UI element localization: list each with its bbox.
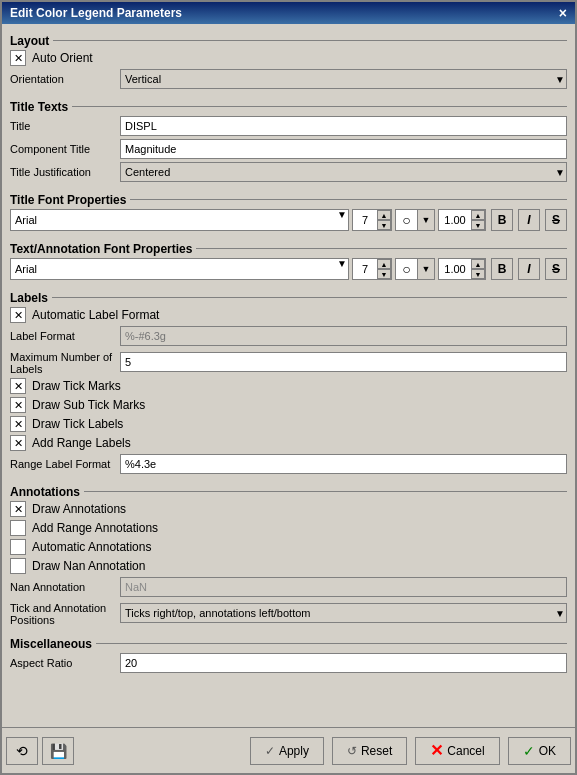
title-opacity-up[interactable]: ▲ [471,210,485,220]
draw-tick-marks-checkbox[interactable]: ✕ [10,378,26,394]
tick-annotation-positions-label: Tick and Annotation Positions [10,600,120,626]
title-italic-button[interactable]: I [518,209,540,231]
title-font-section-header: Title Font Properties [10,189,567,209]
label-format-row: Label Format [10,326,567,346]
apply-button[interactable]: ✓ Apply [250,737,324,765]
miscellaneous-section-label: Miscellaneous [10,637,92,651]
annotation-opacity-up[interactable]: ▲ [471,259,485,269]
save-button[interactable]: 💾 [42,737,74,765]
component-title-input[interactable] [120,139,567,159]
annotation-bold-button[interactable]: B [491,258,513,280]
annotations-section: Annotations ✕ Draw Annotations Add Range… [10,481,567,629]
annotation-opacity-wrapper: ▲ ▼ [438,258,486,280]
title-font-size-wrapper: ▲ ▼ [352,209,392,231]
automatic-label-format-label: Automatic Label Format [32,308,159,322]
add-range-annotations-label: Add Range Annotations [32,521,158,535]
annotation-opacity-input[interactable] [439,259,471,279]
reset-button[interactable]: ↺ Reset [332,737,407,765]
automatic-annotations-checkbox[interactable] [10,539,26,555]
draw-nan-annotation-row: Draw Nan Annotation [10,558,567,574]
annotations-section-header: Annotations [10,481,567,501]
label-format-input[interactable] [120,326,567,346]
orientation-row: Orientation Vertical Horizontal ▼ [10,69,567,89]
draw-annotations-checkbox[interactable]: ✕ [10,501,26,517]
draw-sub-tick-marks-checkbox[interactable]: ✕ [10,397,26,413]
annotations-section-label: Annotations [10,485,80,499]
add-range-annotations-checkbox[interactable] [10,520,26,536]
tick-annotation-positions-select[interactable]: Ticks right/top, annotations left/bottom… [120,603,567,623]
close-button[interactable]: × [559,6,567,20]
component-title-label: Component Title [10,143,120,155]
draw-tick-labels-checkbox[interactable]: ✕ [10,416,26,432]
draw-tick-marks-row: ✕ Draw Tick Marks [10,378,567,394]
title-texts-section: Title Texts Title Component Title Title … [10,96,567,185]
title-label: Title [10,120,120,132]
annotation-font-size-up[interactable]: ▲ [377,259,391,269]
annotation-shape-arrow-icon[interactable]: ▼ [417,258,435,280]
title-opacity-wrapper: ▲ ▼ [438,209,486,231]
title-font-section: Title Font Properties Arial Times New Ro… [10,189,567,234]
range-label-format-label: Range Label Format [10,458,120,470]
add-range-annotations-row: Add Range Annotations [10,520,567,536]
max-labels-input[interactable] [120,352,567,372]
draw-tick-labels-label: Draw Tick Labels [32,417,123,431]
title-opacity-spinner: ▲ ▼ [471,210,485,230]
max-labels-row: Maximum Number of Labels [10,349,567,375]
annotation-font-row: Arial Times New Roman Courier ▼ ▲ ▼ ○ ▼ [10,258,567,280]
annotation-shape-select: ○ ▼ [395,258,435,280]
title-opacity-input[interactable] [439,210,471,230]
content-area: Layout ✕ Auto Orient Orientation Vertica… [2,24,575,727]
cancel-label: Cancel [447,744,484,758]
reset-icon: ↺ [347,744,357,758]
auto-orient-checkbox[interactable]: ✕ [10,50,26,66]
cancel-button[interactable]: ✕ Cancel [415,737,499,765]
title-justification-select[interactable]: Centered Left Right [120,162,567,182]
footer-left-buttons: ⟲ 💾 [6,737,74,765]
title-font-size-down[interactable]: ▼ [377,220,391,230]
title-opacity-down[interactable]: ▼ [471,220,485,230]
ok-check-icon: ✓ [523,743,535,759]
annotation-strikethrough-button[interactable]: S [545,258,567,280]
title-justification-label: Title Justification [10,166,120,178]
layout-section-label: Layout [10,34,49,48]
automatic-label-format-checkbox[interactable]: ✕ [10,307,26,323]
nan-annotation-row: Nan Annotation [10,577,567,597]
layout-section-header: Layout [10,30,567,50]
annotation-opacity-down[interactable]: ▼ [471,269,485,279]
auto-orient-row: ✕ Auto Orient [10,50,567,66]
cancel-x-icon: ✕ [430,741,443,760]
title-bold-button[interactable]: B [491,209,513,231]
title-input[interactable] [120,116,567,136]
miscellaneous-section: Miscellaneous Aspect Ratio [10,633,567,676]
nan-annotation-label: Nan Annotation [10,581,120,593]
title-font-size-up[interactable]: ▲ [377,210,391,220]
automatic-annotations-row: Automatic Annotations [10,539,567,555]
layout-section: Layout ✕ Auto Orient Orientation Vertica… [10,30,567,92]
annotation-shape-icon: ○ [395,258,417,280]
annotation-italic-button[interactable]: I [518,258,540,280]
range-label-format-input[interactable] [120,454,567,474]
annotation-font-size-down[interactable]: ▼ [377,269,391,279]
title-strikethrough-button[interactable]: S [545,209,567,231]
title-font-size-input[interactable] [353,210,377,230]
draw-sub-tick-marks-row: ✕ Draw Sub Tick Marks [10,397,567,413]
annotation-font-size-input[interactable] [353,259,377,279]
apply-label: Apply [279,744,309,758]
title-shape-arrow-icon[interactable]: ▼ [417,209,435,231]
ok-button[interactable]: ✓ OK [508,737,571,765]
aspect-ratio-input[interactable] [120,653,567,673]
add-range-labels-checkbox[interactable]: ✕ [10,435,26,451]
title-texts-section-header: Title Texts [10,96,567,116]
title-justification-row: Title Justification Centered Left Right … [10,162,567,182]
title-font-select-wrapper: Arial Times New Roman Courier ▼ [10,209,349,231]
orientation-select[interactable]: Vertical Horizontal [120,69,567,89]
annotation-font-size-wrapper: ▲ ▼ [352,258,392,280]
labels-section: Labels ✕ Automatic Label Format Label Fo… [10,287,567,477]
title-font-select[interactable]: Arial Times New Roman Courier [10,209,349,231]
load-button[interactable]: ⟲ [6,737,38,765]
draw-nan-annotation-checkbox[interactable] [10,558,26,574]
add-range-labels-row: ✕ Add Range Labels [10,435,567,451]
tick-annotation-positions-row: Tick and Annotation Positions Ticks righ… [10,600,567,626]
annotation-font-select[interactable]: Arial Times New Roman Courier [10,258,349,280]
nan-annotation-input[interactable] [120,577,567,597]
